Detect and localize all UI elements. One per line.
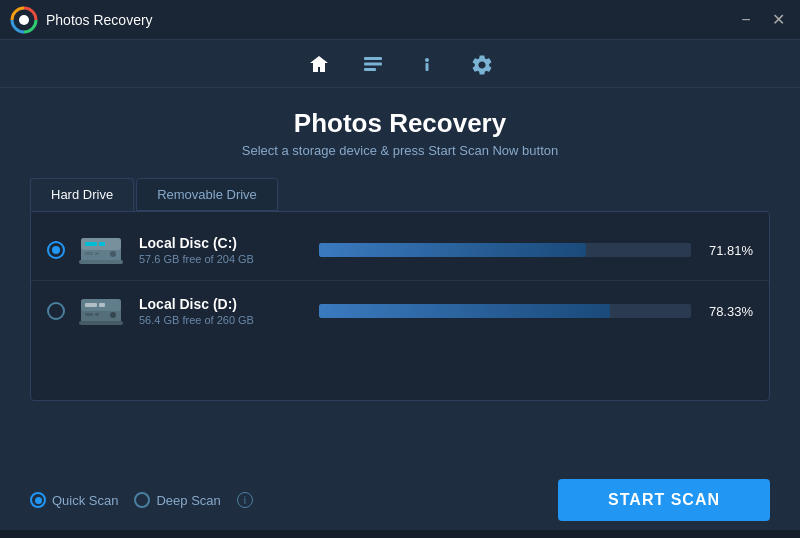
quick-scan-label: Quick Scan <box>52 493 118 508</box>
drive-icon-c <box>77 232 125 268</box>
nav-bar <box>0 40 800 88</box>
bottom-bar: Retrieve deleted or lost photos in minut… <box>0 530 800 538</box>
drive-name-d: Local Disc (D:) <box>139 296 299 312</box>
svg-rect-14 <box>79 260 123 264</box>
app-logo <box>10 6 38 34</box>
svg-rect-12 <box>95 252 99 255</box>
svg-rect-6 <box>426 63 429 71</box>
page-header: Photos Recovery Select a storage device … <box>30 108 770 158</box>
progress-bar-fill-d <box>319 304 610 318</box>
svg-rect-9 <box>85 242 97 246</box>
tab-removable-drive[interactable]: Removable Drive <box>136 178 278 211</box>
page-subtitle: Select a storage device & press Start Sc… <box>30 143 770 158</box>
svg-point-5 <box>425 58 429 62</box>
drive-list: Local Disc (C:) 57.6 GB free of 204 GB 7… <box>30 211 770 401</box>
tab-hard-drive[interactable]: Hard Drive <box>30 178 134 211</box>
drive-percent-c: 71.81% <box>703 243 753 258</box>
svg-rect-3 <box>364 62 382 65</box>
svg-rect-20 <box>95 313 99 316</box>
deep-scan-radio[interactable] <box>134 492 150 508</box>
title-bar: Photos Recovery − ✕ <box>0 0 800 40</box>
scan-info-icon[interactable]: i <box>237 492 253 508</box>
svg-rect-17 <box>85 303 97 307</box>
svg-rect-4 <box>364 68 376 71</box>
deep-scan-option[interactable]: Deep Scan <box>134 492 220 508</box>
drive-space-c: 57.6 GB free of 204 GB <box>139 253 299 265</box>
drive-item-d[interactable]: Local Disc (D:) 56.4 GB free of 260 GB 7… <box>31 281 769 341</box>
home-nav-icon[interactable] <box>308 53 330 75</box>
progress-bar-bg-d <box>319 304 691 318</box>
quick-scan-option[interactable]: Quick Scan <box>30 492 118 508</box>
quick-scan-radio[interactable] <box>30 492 46 508</box>
drive-radio-d[interactable] <box>47 302 65 320</box>
svg-rect-11 <box>85 252 93 255</box>
window-controls: − ✕ <box>734 8 790 32</box>
svg-rect-19 <box>85 313 93 316</box>
svg-rect-22 <box>79 321 123 325</box>
close-button[interactable]: ✕ <box>766 8 790 32</box>
deep-scan-label: Deep Scan <box>156 493 220 508</box>
app-title: Photos Recovery <box>46 12 734 28</box>
main-content: Photos Recovery Select a storage device … <box>0 88 800 470</box>
progress-bar-fill-c <box>319 243 586 257</box>
drive-space-d: 56.4 GB free of 260 GB <box>139 314 299 326</box>
drive-info-c: Local Disc (C:) 57.6 GB free of 204 GB <box>139 235 299 265</box>
drive-tabs: Hard Drive Removable Drive <box>30 178 770 211</box>
svg-point-21 <box>110 312 116 318</box>
drive-info-d: Local Disc (D:) 56.4 GB free of 260 GB <box>139 296 299 326</box>
page-title: Photos Recovery <box>30 108 770 139</box>
minimize-button[interactable]: − <box>734 8 758 32</box>
drive-name-c: Local Disc (C:) <box>139 235 299 251</box>
start-scan-button[interactable]: START SCAN <box>558 479 770 521</box>
drive-item-c[interactable]: Local Disc (C:) 57.6 GB free of 204 GB 7… <box>31 220 769 281</box>
svg-point-1 <box>19 15 29 25</box>
svg-rect-2 <box>364 57 382 60</box>
drive-radio-c[interactable] <box>47 241 65 259</box>
search-nav-icon[interactable] <box>362 53 384 75</box>
scan-options: Quick Scan Deep Scan i <box>30 492 253 508</box>
svg-point-13 <box>110 251 116 257</box>
info-nav-icon[interactable] <box>416 53 438 75</box>
svg-rect-18 <box>99 303 105 307</box>
drive-icon-d <box>77 293 125 329</box>
progress-bar-bg-c <box>319 243 691 257</box>
drive-percent-d: 78.33% <box>703 304 753 319</box>
footer-controls: Quick Scan Deep Scan i START SCAN <box>0 470 800 530</box>
svg-rect-10 <box>99 242 105 246</box>
drive-progress-d: 78.33% <box>319 304 753 319</box>
drive-progress-c: 71.81% <box>319 243 753 258</box>
settings-nav-icon[interactable] <box>470 53 492 75</box>
